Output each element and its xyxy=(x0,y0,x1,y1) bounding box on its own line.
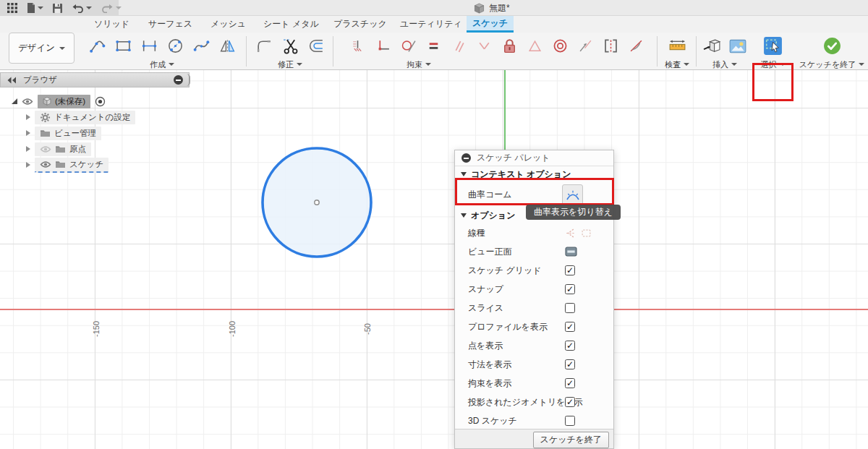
visibility-eye-icon[interactable] xyxy=(22,98,33,106)
mirror-tool-button[interactable] xyxy=(214,37,240,55)
tab-plastic[interactable]: プラスチック xyxy=(328,16,393,33)
construction-line-icon[interactable] xyxy=(581,228,592,239)
3d-sketch-checkbox[interactable] xyxy=(565,416,575,426)
expand-triangle-icon[interactable] xyxy=(26,114,30,120)
equal-constraint-button[interactable] xyxy=(421,38,446,54)
inspect-dropdown[interactable]: 検査 xyxy=(660,59,694,69)
symmetry-constraint-button[interactable] xyxy=(598,38,624,54)
coincident-constraint-button[interactable] xyxy=(370,38,396,54)
redo-caret-icon xyxy=(116,7,122,9)
browser-panel: ブラウザ (未保存) xyxy=(0,72,190,173)
horizontal-vertical-constraint-button[interactable] xyxy=(345,38,370,54)
tangent-constraint-button[interactable] xyxy=(396,38,421,54)
create-group: 作成 xyxy=(81,33,243,69)
insert-dropdown[interactable]: 挿入 xyxy=(699,59,751,69)
expand-triangle-icon[interactable] xyxy=(26,146,30,152)
create-dropdown[interactable]: 作成 xyxy=(81,59,243,69)
sketch-dimension-tool-button[interactable] xyxy=(136,37,162,55)
insert-group: 挿入 xyxy=(699,33,751,69)
expand-triangle-icon[interactable] xyxy=(12,98,17,104)
visibility-eye-off-icon[interactable] xyxy=(40,145,51,153)
fix-unfix-constraint-button[interactable] xyxy=(497,37,522,55)
finish-sketch-button[interactable] xyxy=(819,36,845,56)
tab-solid[interactable]: ソリッド xyxy=(88,16,135,33)
toolbar-separator xyxy=(696,36,697,67)
browser-item-document-settings[interactable]: ドキュメントの設定 xyxy=(0,109,190,125)
circle-tool-button[interactable] xyxy=(162,37,188,55)
perpendicular-constraint-button[interactable] xyxy=(472,38,497,54)
finish-caret-icon xyxy=(859,63,864,66)
expand-triangle-icon[interactable] xyxy=(26,130,30,136)
symmetry-icon xyxy=(603,38,619,54)
constraints-dropdown[interactable]: 拘束 xyxy=(339,59,655,69)
show-projected-geometry-checkbox[interactable] xyxy=(565,397,575,407)
fillet-tool-button[interactable] xyxy=(251,37,277,55)
browser-resize-grip[interactable] xyxy=(187,74,190,86)
toolbar: デザイン xyxy=(0,33,868,70)
file-menu-button[interactable] xyxy=(27,3,43,13)
redo-button[interactable] xyxy=(101,3,122,13)
browser-minimize-icon[interactable] xyxy=(174,75,183,85)
insert-derive-button[interactable] xyxy=(699,37,725,56)
show-points-checkbox[interactable] xyxy=(565,341,575,351)
axis-tick-label: -100 xyxy=(218,314,247,344)
undo-button[interactable] xyxy=(72,3,92,13)
concentric-constraint-button[interactable] xyxy=(548,38,573,54)
browser-header[interactable]: ブラウザ xyxy=(0,72,190,87)
workspace-selector[interactable]: デザイン xyxy=(9,33,75,64)
section-collapse-icon[interactable] xyxy=(461,213,467,218)
show-dimensions-checkbox[interactable] xyxy=(565,359,575,369)
browser-item-sketches[interactable]: スケッチ xyxy=(0,157,190,173)
tab-sheet-metal[interactable]: シート メタル xyxy=(258,16,325,33)
finish-sketch-dropdown[interactable]: スケッチを終了 xyxy=(796,59,868,69)
slice-checkbox[interactable] xyxy=(565,303,575,313)
save-button[interactable] xyxy=(53,4,62,13)
tooltip: 曲率表示を切り替え xyxy=(526,205,621,220)
trim-tool-button[interactable] xyxy=(277,37,303,55)
show-constraints-checkbox[interactable] xyxy=(565,378,575,388)
finish-sketch-label: スケッチを終了 xyxy=(799,59,856,70)
browser-root-row[interactable]: (未保存) xyxy=(0,93,190,109)
show-profile-checkbox[interactable] xyxy=(565,322,575,332)
circle-center-point xyxy=(315,200,319,205)
modify-caret-icon xyxy=(297,63,302,66)
tab-surface[interactable]: サーフェス xyxy=(142,16,198,33)
offset-tool-button[interactable] xyxy=(303,37,329,55)
canvas-image-icon xyxy=(728,38,747,55)
visibility-eye-icon[interactable] xyxy=(40,161,51,168)
browser-item-named-views[interactable]: ビュー管理 xyxy=(0,125,190,141)
curvature-comb-highlight-box xyxy=(455,178,614,205)
modify-dropdown[interactable]: 修正 xyxy=(250,59,330,69)
section-collapse-icon[interactable] xyxy=(461,172,467,176)
curvature-icon xyxy=(629,38,644,54)
browser-item-origin[interactable]: 原点 xyxy=(0,141,190,157)
rectangle-tool-button[interactable] xyxy=(110,37,136,55)
parallel-constraint-button[interactable] xyxy=(446,38,472,54)
line-icon xyxy=(88,37,106,55)
select-tool-button[interactable] xyxy=(760,35,786,56)
palette-minimize-icon[interactable] xyxy=(461,153,471,163)
midpoint-constraint-button[interactable] xyxy=(522,38,548,54)
snap-checkbox[interactable] xyxy=(565,284,575,294)
activate-radio-icon[interactable] xyxy=(95,96,106,107)
tab-utilities[interactable]: ユーティリティ xyxy=(394,16,468,33)
curvature-constraint-button[interactable] xyxy=(624,38,649,54)
workspace-caret-icon xyxy=(59,47,65,50)
insert-canvas-button[interactable] xyxy=(725,38,751,55)
sketch-grid-checkbox[interactable] xyxy=(565,265,575,275)
collinear-constraint-button[interactable] xyxy=(573,38,598,54)
palette-header[interactable]: スケッチ パレット xyxy=(455,150,613,166)
document-root-item[interactable]: (未保存) xyxy=(38,95,90,108)
create-label: 作成 xyxy=(150,59,166,70)
spline-tool-button[interactable] xyxy=(188,37,214,55)
tab-sketch[interactable]: スケッチ xyxy=(467,16,514,33)
look-at-icon[interactable] xyxy=(565,247,577,257)
app-grid-button[interactable] xyxy=(7,3,17,13)
finish-sketch-palette-button[interactable]: スケッチを終了 xyxy=(533,432,609,448)
line-tool-button[interactable] xyxy=(84,37,110,55)
tab-mesh[interactable]: メッシュ xyxy=(205,16,252,33)
option-label: 線種 xyxy=(468,227,485,239)
measure-tool-button[interactable] xyxy=(664,37,690,55)
centerline-icon[interactable] xyxy=(565,228,576,239)
expand-triangle-icon[interactable] xyxy=(26,162,30,168)
